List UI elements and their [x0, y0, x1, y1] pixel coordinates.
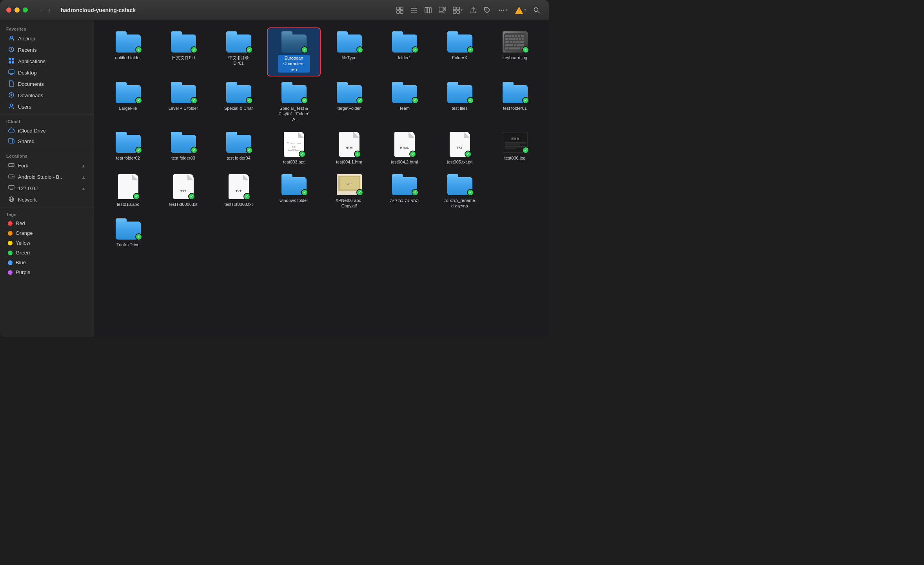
sidebar-applications-label: Applications	[18, 58, 86, 64]
sidebar-item-tag-red[interactable]: Red	[2, 218, 92, 228]
file-item-xpnet[interactable]: XP ✓ XPNet06-apo-Copy.gif	[323, 171, 375, 212]
file-item-special-test[interactable]: ✓ Special_Test & #+-@,(...'Folder' A	[268, 79, 320, 125]
svg-rect-12	[444, 9, 445, 11]
sidebar-item-icloud-drive[interactable]: iCloud Drive	[2, 125, 92, 136]
file-item-hebrew2[interactable]: ✓ התמונה_renamed בתיקייה	[434, 171, 486, 212]
doc-icon-wrap: ✓	[118, 174, 138, 199]
file-item-folderx[interactable]: ✓ FolderX	[434, 28, 486, 64]
fork-eject-icon[interactable]: ▲	[81, 163, 86, 169]
file-item-keyboard[interactable]: ✓ keyboard.jpg	[489, 28, 541, 64]
sidebar-item-tag-green[interactable]: Green	[2, 248, 92, 258]
file-item-test-folder01[interactable]: ✓ test folder01	[489, 79, 541, 114]
sidebar-item-downloads[interactable]: Downloads	[2, 90, 92, 101]
tag-green-dot	[8, 251, 13, 255]
svg-point-21	[503, 9, 504, 11]
file-item-filetype[interactable]: ✓ fileType	[323, 28, 375, 64]
file-item-testtxt0006[interactable]: TXT ✓ testTxt0006.txt	[157, 171, 209, 210]
tag-yellow-dot	[8, 241, 13, 245]
svg-rect-75	[505, 148, 516, 149]
file-item-test003ppt[interactable]: Create new filetest003.ppt ✓ test003.ppt	[268, 129, 320, 168]
file-item-hebrew1[interactable]: ✓ התמונה בתיקייה	[378, 171, 430, 206]
tag-button[interactable]	[481, 5, 493, 15]
file-item-test004html[interactable]: HTML ✓ test004.2.html	[378, 129, 430, 168]
file-item-windows-folder[interactable]: ✓ windows folder	[268, 171, 320, 206]
file-item-untitled-folder[interactable]: ✓ untitled folder	[102, 28, 154, 64]
svg-rect-53	[509, 38, 512, 40]
sidebar-item-tag-blue[interactable]: Blue	[2, 258, 92, 267]
file-name: test006.jpg	[505, 155, 526, 161]
file-item-team[interactable]: ✓ Team	[378, 79, 430, 114]
file-item-european-chars[interactable]: ✓ European Characters ren	[268, 28, 320, 76]
file-item-test-files[interactable]: ✓ test files	[434, 79, 486, 114]
gif-icon-wrap: XP ✓	[337, 174, 362, 195]
127-eject-icon[interactable]: ▲	[81, 186, 86, 191]
favorites-label: Favorites	[0, 24, 94, 33]
file-item-special-char[interactable]: ✓ Special & Char	[212, 79, 265, 114]
check-badge: ✓	[191, 97, 198, 104]
sidebar-item-fork[interactable]: Fork ▲	[2, 160, 92, 171]
sidebar-android-studio-label: Android Studio - B...	[18, 174, 78, 180]
toolbar-right: ▾ ▾ ! ▾	[394, 5, 543, 16]
check-badge: ✓	[246, 46, 253, 53]
view-list-button[interactable]	[408, 5, 420, 15]
view-gallery-button[interactable]	[436, 5, 448, 15]
minimize-button[interactable]	[15, 7, 20, 13]
sidebar-item-tag-orange[interactable]: Orange	[2, 228, 92, 238]
documents-icon	[8, 80, 15, 88]
maximize-button[interactable]	[23, 7, 28, 13]
view-icon-grid-button[interactable]	[394, 5, 406, 15]
file-item-folder1[interactable]: ✓ folder1	[378, 28, 430, 64]
folder-icon-wrap: ✓	[337, 82, 362, 103]
sidebar-item-tag-yellow[interactable]: Yellow	[2, 238, 92, 248]
view-columns-button[interactable]	[422, 5, 434, 15]
sidebar-item-documents[interactable]: Documents	[2, 78, 92, 90]
search-button[interactable]	[531, 5, 543, 15]
file-item-level1[interactable]: ✓ Level + 1 folder	[157, 79, 209, 114]
file-item-largefile[interactable]: ✓ LargeFile	[102, 79, 154, 114]
forward-button[interactable]: ›	[46, 4, 53, 16]
sidebar-item-users[interactable]: Users	[2, 101, 92, 113]
sidebar-item-applications[interactable]: Applications	[2, 56, 92, 67]
sidebar-item-desktop[interactable]: Desktop	[2, 67, 92, 78]
file-item-targetfolder[interactable]: ✓ targetFolder	[323, 79, 375, 114]
sidebar-item-android-studio[interactable]: Android Studio - B... ▲	[2, 171, 92, 183]
check-badge: ✓	[246, 147, 253, 154]
sidebar-item-network[interactable]: Network	[2, 194, 92, 205]
check-badge: ✓	[243, 193, 251, 200]
sidebar-item-shared[interactable]: Shared	[2, 136, 92, 147]
close-button[interactable]	[6, 7, 11, 13]
share-button[interactable]	[467, 5, 479, 15]
check-badge: ✓	[522, 147, 529, 154]
file-item-test-folder03[interactable]: ✓ test folder03	[157, 129, 209, 164]
file-item-test010abc[interactable]: ✓ test010.abc	[102, 171, 154, 210]
back-button[interactable]: ‹	[37, 4, 44, 16]
warning-caret-icon: ▾	[524, 8, 526, 12]
file-item-testtxt0008[interactable]: TXT ✓ testTxt0008.txt	[212, 171, 265, 210]
file-item-test006jpg[interactable]: ⊞⊞⊞ ✓ test006.jpg	[489, 129, 541, 164]
sidebar-item-airdrop[interactable]: AirDrop	[2, 33, 92, 44]
check-badge: ✓	[522, 46, 529, 53]
group-button[interactable]: ▾	[450, 5, 465, 15]
file-item-test004htm[interactable]: HTM ✓ test004.1.htm	[323, 129, 375, 168]
sidebar-item-tag-purple[interactable]: Purple	[2, 267, 92, 277]
airdrop-icon	[8, 35, 15, 42]
file-item-test-folder02[interactable]: ✓ test folder02	[102, 129, 154, 164]
group-caret-icon: ▾	[461, 8, 463, 12]
file-item-triofox[interactable]: ✓ TriofoxDrive	[102, 215, 154, 251]
svg-rect-47	[508, 35, 511, 37]
file-item-japanese-folder[interactable]: ✓ 日文文件Fld	[157, 28, 209, 64]
warning-button[interactable]: ! ▾	[512, 5, 528, 16]
recents-icon	[8, 46, 15, 54]
file-item-test005txt[interactable]: TXT ✓ test005.txt.txt	[434, 129, 486, 168]
more-button[interactable]: ▾	[496, 5, 510, 15]
file-item-test-folder04[interactable]: ✓ test folder04	[212, 129, 265, 164]
check-badge: ✓	[301, 97, 308, 104]
svg-rect-63	[505, 44, 513, 46]
file-name: LargeFile	[119, 105, 137, 111]
file-item-chinese-folder[interactable]: ✓ 中文-[]目录 Dir01	[212, 28, 265, 69]
folder-icon-wrap: ✓	[226, 31, 251, 53]
android-eject-icon[interactable]: ▲	[81, 174, 86, 180]
sidebar-item-recents[interactable]: Recents	[2, 44, 92, 56]
sidebar-item-127[interactable]: 127.0.0.1 ▲	[2, 183, 92, 194]
sidebar-tag-blue-label: Blue	[16, 260, 86, 265]
